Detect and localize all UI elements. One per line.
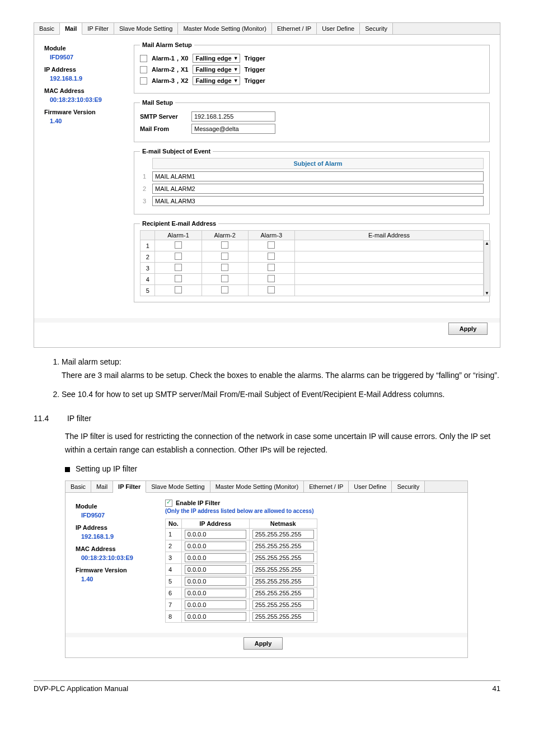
recipient-email-group: Recipient E-mail Address Alarm-1 Alarm-2… <box>134 220 490 302</box>
scroll-down-icon[interactable]: ▼ <box>485 291 489 296</box>
r2-a1-checkbox[interactable] <box>175 253 182 260</box>
table-row: 60.0.0.0255.255.255.255 <box>166 587 317 599</box>
section-body: The IP filter is used for restricting th… <box>65 430 500 457</box>
firmware-version-label: Firmware Version <box>44 109 134 115</box>
ip8-input[interactable]: 0.0.0.0 <box>185 612 246 621</box>
list1-body: There are 3 mail alarms to be setup. Che… <box>62 371 499 380</box>
tab-basic[interactable]: Basic <box>65 481 91 492</box>
r4-a3-checkbox[interactable] <box>268 275 275 282</box>
alarm1-edge-select[interactable]: Falling edge▼ <box>193 54 240 63</box>
mask2-input[interactable]: 255.255.255.255 <box>252 542 314 550</box>
subject-row-num: 1 <box>140 173 149 180</box>
tab-ethernet-ip[interactable]: Ethernet / IP <box>304 481 349 492</box>
scroll-up-icon[interactable]: ▲ <box>485 241 489 246</box>
tab-basic[interactable]: Basic <box>34 23 60 34</box>
page-footer: DVP-PLC Application Manual 41 <box>34 680 500 693</box>
ip4-input[interactable]: 0.0.0.0 <box>185 565 246 574</box>
tab-ip-filter[interactable]: IP Filter <box>113 481 146 493</box>
apply-button[interactable]: Apply <box>243 637 283 650</box>
r3-a3-checkbox[interactable] <box>268 264 275 271</box>
alarm3-trigger-label: Trigger <box>245 77 265 84</box>
r1-a1-checkbox[interactable] <box>175 241 182 249</box>
r5-a3-checkbox[interactable] <box>268 286 275 293</box>
subject1-input[interactable]: MAIL ALARM1 <box>152 171 484 181</box>
mask4-input[interactable]: 255.255.255.255 <box>252 565 314 574</box>
r3-a1-checkbox[interactable] <box>175 264 182 271</box>
r5-a1-checkbox[interactable] <box>175 286 182 293</box>
r4-a1-checkbox[interactable] <box>175 275 182 282</box>
ip1-input[interactable]: 0.0.0.0 <box>185 530 246 539</box>
tab-slave-mode[interactable]: Slave Mode Setting <box>114 23 178 34</box>
mask6-input[interactable]: 255.255.255.255 <box>252 589 314 598</box>
sidebar: Module IFD9507 IP Address 192.168.1.9 MA… <box>44 41 134 308</box>
tab-ip-filter[interactable]: IP Filter <box>82 23 114 34</box>
tab-user-define[interactable]: User Define <box>317 23 360 34</box>
mail-alarm-setup-group: Mail Alarm Setup Alarm-1，X0 Falling edge… <box>134 41 490 94</box>
alarm1-trigger-label: Trigger <box>245 55 265 62</box>
r1-email-input[interactable] <box>294 240 483 251</box>
table-row: 50.0.0.0255.255.255.255 <box>166 575 317 587</box>
alarm3-checkbox[interactable] <box>140 77 147 85</box>
alarm3-edge-select[interactable]: Falling edge▼ <box>193 76 240 85</box>
mask7-input[interactable]: 255.255.255.255 <box>252 600 314 609</box>
mail-from-input[interactable]: Message@delta <box>191 124 275 134</box>
tab-mail[interactable]: Mail <box>60 23 82 35</box>
alarm2-trigger-label: Trigger <box>245 66 265 73</box>
tab-user-define[interactable]: User Define <box>349 481 392 492</box>
alarm2-checkbox[interactable] <box>140 66 147 73</box>
ip6-input[interactable]: 0.0.0.0 <box>185 589 246 598</box>
tab-master-mode[interactable]: Master Mode Setting (Monitor) <box>210 481 305 492</box>
module-label: Module <box>44 45 134 52</box>
alarm1-checkbox[interactable] <box>140 55 147 62</box>
tab-mail[interactable]: Mail <box>91 481 113 492</box>
module-label: Module <box>76 503 165 510</box>
tab-security[interactable]: Security <box>392 481 425 492</box>
r1-a3-checkbox[interactable] <box>268 241 275 249</box>
scrollbar[interactable]: ▲▼ <box>484 240 490 296</box>
enable-ip-filter-checkbox[interactable] <box>165 500 172 507</box>
table-row: 5 <box>140 285 484 296</box>
r2-email-input[interactable] <box>294 251 483 263</box>
smtp-server-input[interactable]: 192.168.1.255 <box>191 111 275 122</box>
tab-bar: Basic Mail IP Filter Slave Mode Setting … <box>65 481 467 493</box>
r1-a2-checkbox[interactable] <box>221 241 228 249</box>
section-number: 11.4 <box>34 412 65 426</box>
table-row: 3 <box>140 263 484 274</box>
subject2-input[interactable]: MAIL ALARM2 <box>152 184 484 194</box>
mac-address-value: 00:18:23:10:03:E9 <box>81 554 165 561</box>
document-body: Mail alarm setup: There are 3 mail alarm… <box>34 356 500 476</box>
tab-slave-mode[interactable]: Slave Mode Setting <box>146 481 210 492</box>
ip2-input[interactable]: 0.0.0.0 <box>185 542 246 550</box>
mask3-input[interactable]: 255.255.255.255 <box>252 553 314 562</box>
r3-email-input[interactable] <box>294 263 483 274</box>
r2-a2-checkbox[interactable] <box>221 253 228 260</box>
r5-email-input[interactable] <box>294 285 483 296</box>
r5-a2-checkbox[interactable] <box>221 286 228 293</box>
mac-address-label: MAC Address <box>76 545 165 552</box>
subject-row-num: 2 <box>140 185 149 192</box>
col-email: E-mail Address <box>294 231 483 240</box>
ip7-input[interactable]: 0.0.0.0 <box>185 600 246 609</box>
mask5-input[interactable]: 255.255.255.255 <box>252 577 314 586</box>
mask8-input[interactable]: 255.255.255.255 <box>252 612 314 621</box>
enable-ip-filter-desc: (Only the IP address listed below are al… <box>165 508 457 514</box>
r2-a3-checkbox[interactable] <box>268 253 275 260</box>
r4-email-input[interactable] <box>294 274 483 285</box>
mask1-input[interactable]: 255.255.255.255 <box>252 530 314 539</box>
subject-row-num: 3 <box>140 198 149 204</box>
tab-ethernet-ip[interactable]: Ethernet / IP <box>272 23 317 34</box>
recipient-email-legend: Recipient E-mail Address <box>140 220 218 227</box>
subject3-input[interactable]: MAIL ALARM3 <box>152 196 484 206</box>
r4-a2-checkbox[interactable] <box>221 275 228 282</box>
tab-master-mode[interactable]: Master Mode Setting (Monitor) <box>178 23 272 34</box>
apply-button[interactable]: Apply <box>448 323 488 335</box>
chevron-down-icon: ▼ <box>233 67 238 72</box>
ip3-input[interactable]: 0.0.0.0 <box>185 553 246 562</box>
ip5-input[interactable]: 0.0.0.0 <box>185 577 246 586</box>
module-value: IFD9507 <box>81 512 165 519</box>
email-subject-group: E-mail Subject of Event Subject of Alarm… <box>134 148 490 214</box>
alarm2-edge-select[interactable]: Falling edge▼ <box>193 65 240 74</box>
r3-a2-checkbox[interactable] <box>221 264 228 271</box>
mail-setup-legend: Mail Setup <box>140 99 175 106</box>
tab-security[interactable]: Security <box>360 23 393 34</box>
